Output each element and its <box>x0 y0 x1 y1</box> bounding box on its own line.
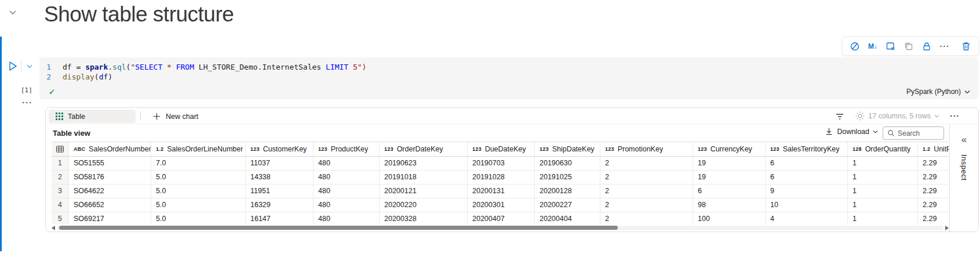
type-badge: 123 <box>770 142 779 156</box>
code-token <box>162 62 167 72</box>
expand-inspect-icon[interactable]: « <box>950 135 978 144</box>
output-card: Table New chart 17 columns, 5 rows ··· <box>45 107 979 232</box>
table-cell: 20191025 <box>535 171 600 184</box>
column-header[interactable]: 1.2SalesOrderLineNumber <box>151 142 246 157</box>
table-cell: 20190703 <box>468 157 535 171</box>
execution-count: [1] <box>21 86 32 94</box>
table-row: 4 SO66652 5.0 16329 480 20200220 2020030… <box>52 198 949 212</box>
type-badge: 123 <box>384 142 394 156</box>
scroll-right-icon[interactable] <box>945 226 949 230</box>
table-cell: SO69217 <box>69 212 151 225</box>
lock-cell-icon[interactable] <box>920 39 934 53</box>
search-box[interactable] <box>883 126 944 140</box>
tab-table[interactable]: Table <box>49 110 136 123</box>
column-label: OrderDateKey <box>397 142 443 156</box>
tab-divider <box>140 111 141 121</box>
table-cell: 5.0 <box>151 198 246 212</box>
table-row: 5 SO69217 5.0 16147 480 20200328 2020040… <box>52 212 949 225</box>
corner-grid-icon[interactable] <box>52 142 69 157</box>
run-options-chevron-icon[interactable] <box>23 60 36 73</box>
table-cell: 1 <box>848 157 918 171</box>
scroll-left-icon[interactable] <box>52 226 55 230</box>
code-lines: 1 df = spark.sql("SELECT * FROM LH_STORE… <box>39 57 978 82</box>
column-header[interactable]: 123CustomerKey <box>246 142 314 157</box>
column-header[interactable]: ABCSalesOrderNumber <box>69 142 151 157</box>
code-token: display <box>63 72 94 82</box>
success-check-icon: ✓ <box>49 87 56 96</box>
section-collapse-chevron-icon[interactable] <box>6 6 20 20</box>
table-cell: 20200407 <box>468 212 535 225</box>
column-header[interactable]: 1.2UnitPrice <box>918 142 949 157</box>
table-cell: 480 <box>314 212 380 225</box>
table-cell: 20200404 <box>535 212 600 225</box>
table-cell: 11037 <box>246 157 314 171</box>
chevron-down-icon <box>873 130 878 133</box>
copilot-icon[interactable] <box>848 39 862 53</box>
download-icon <box>825 127 833 136</box>
table-grid-icon <box>56 113 63 120</box>
table-cell: 6 <box>766 157 848 171</box>
code-token <box>172 62 176 72</box>
table-cell: SO58176 <box>69 171 151 184</box>
table-cell: 14338 <box>246 171 314 184</box>
duplicate-cell-icon[interactable] <box>902 39 916 53</box>
table-cell: 2.29 <box>918 157 949 171</box>
table-settings-button[interactable]: 17 columns, 5 rows <box>855 111 939 121</box>
code-line-2: 2 display(df) <box>39 72 978 82</box>
chevron-down-icon <box>964 90 970 94</box>
new-chart-button[interactable]: New chart <box>148 110 203 123</box>
table-cell: 19 <box>693 157 766 171</box>
type-badge: 1.2 <box>156 142 163 156</box>
active-cell-indicator <box>0 37 2 251</box>
output-more-options-icon[interactable]: ··· <box>950 111 960 121</box>
delete-cell-icon[interactable] <box>959 39 973 53</box>
clear-outputs-icon[interactable] <box>884 39 898 53</box>
row-number: 5 <box>52 212 69 225</box>
table-cell: 6 <box>693 184 766 198</box>
table-cell: 16147 <box>246 212 314 225</box>
column-header[interactable]: 123DueDateKey <box>468 142 535 157</box>
scrollbar-track[interactable] <box>57 226 943 230</box>
code-token: SELECT <box>135 62 162 72</box>
table-summary: 17 columns, 5 rows <box>868 112 931 120</box>
table-cell: 1 <box>848 184 918 198</box>
table-row: 2 SO58176 5.0 14338 480 20191018 2019102… <box>52 171 949 184</box>
column-header[interactable]: 128OrderQuantity <box>848 142 918 157</box>
column-header[interactable]: 123SalesTerritoryKey <box>766 142 848 157</box>
table-cell: 5.0 <box>151 212 246 225</box>
table-cell: 1 <box>848 212 918 225</box>
column-header[interactable]: 123ProductKey <box>314 142 380 157</box>
code-token: = <box>72 62 85 72</box>
table-cell: 1 <box>848 171 918 184</box>
column-label: OrderQuantity <box>865 142 911 156</box>
row-number: 4 <box>52 198 69 212</box>
table-cell: 19 <box>693 171 766 184</box>
column-header[interactable]: 123OrderDateKey <box>380 142 468 157</box>
table-cell: 11951 <box>246 184 314 198</box>
table-cell: 2 <box>600 157 693 171</box>
scrollbar-thumb[interactable] <box>59 226 618 230</box>
cell-more-options-icon[interactable]: ··· <box>938 39 952 53</box>
column-label: CurrencyKey <box>711 142 752 156</box>
kernel-selector[interactable]: PySpark (Python) <box>906 88 970 96</box>
cell-collapsed-ellipsis[interactable]: ··· <box>22 97 32 107</box>
column-header[interactable]: 123CurrencyKey <box>693 142 766 157</box>
run-cell-button[interactable] <box>6 59 20 74</box>
table-cell: 20191028 <box>468 171 535 184</box>
download-button[interactable]: Download <box>825 127 878 136</box>
table-cell: 6 <box>766 171 848 184</box>
column-header[interactable]: 123PromotionKey <box>600 142 693 157</box>
search-input[interactable] <box>898 129 938 138</box>
filter-icon[interactable] <box>835 111 845 121</box>
column-label: PromotionKey <box>618 142 664 156</box>
column-header[interactable]: 123ShipDateKey <box>535 142 600 157</box>
code-token: LIMIT <box>326 62 348 72</box>
code-editor[interactable]: 1 df = spark.sql("SELECT * FROM LH_STORE… <box>39 57 978 99</box>
convert-to-markdown-icon[interactable]: M↓ <box>866 39 880 53</box>
column-label: ProductKey <box>331 142 369 156</box>
page-title: Show table structure <box>44 2 234 27</box>
code-token: ( <box>126 62 131 72</box>
code-token: ) <box>108 72 112 82</box>
horizontal-scrollbar[interactable] <box>52 225 949 230</box>
inspect-label: Inspect <box>960 154 968 180</box>
